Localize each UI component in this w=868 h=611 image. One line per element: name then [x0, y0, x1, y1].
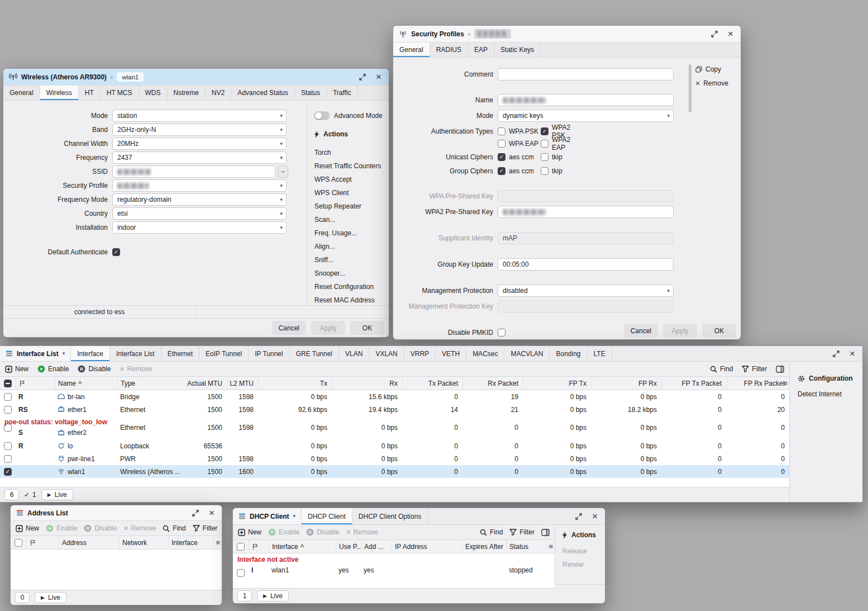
- window-kind-caret-icon[interactable]: [63, 351, 65, 356]
- ssid-input[interactable]: [112, 165, 275, 178]
- tab-general[interactable]: General: [393, 42, 430, 57]
- ok-button[interactable]: OK: [350, 321, 384, 335]
- close-icon[interactable]: [590, 512, 599, 521]
- unicast-aes-ccm-checkbox[interactable]: [498, 153, 505, 161]
- enable-button[interactable]: Enable: [268, 528, 299, 536]
- column-status[interactable]: Status: [506, 540, 555, 553]
- column-address[interactable]: Address: [59, 536, 119, 550]
- column-type[interactable]: Type: [117, 377, 187, 390]
- table-row-pwr-line1[interactable]: pwr-line1 PWR 1500 1598 0 bps 0 bps 0 0 …: [0, 452, 789, 465]
- tab-interface-list[interactable]: Interface List: [110, 346, 161, 361]
- window-kind-caret-icon[interactable]: [293, 514, 295, 519]
- remove-button[interactable]: Remove: [346, 528, 378, 536]
- tab-general[interactable]: General: [3, 86, 40, 100]
- wpa2-eap-checkbox[interactable]: [541, 140, 549, 148]
- select-all-checkbox[interactable]: [237, 543, 245, 551]
- supplicant-identity-input[interactable]: mAP: [498, 232, 674, 244]
- group-aes-ccm-checkbox[interactable]: [498, 167, 505, 175]
- table-row-ether1[interactable]: RS ether1 Ethernet 1500 1598 92.6 kbps 1…: [0, 403, 789, 416]
- window-title-segment[interactable]: DHCP Client: [233, 508, 302, 524]
- close-icon[interactable]: [374, 73, 383, 82]
- new-button[interactable]: New: [16, 524, 39, 532]
- wpa-psk-option[interactable]: WPA PSK: [498, 127, 541, 135]
- column-tx-packet[interactable]: Tx Packet: [402, 377, 462, 390]
- column-add-default[interactable]: Add ...: [361, 540, 392, 553]
- apply-button[interactable]: Apply: [663, 324, 697, 338]
- mode-select[interactable]: station: [112, 110, 287, 122]
- action-wps-accept[interactable]: WPS Accept: [314, 173, 383, 186]
- security-titlebar[interactable]: Security Profiles ›: [393, 26, 741, 42]
- row-checkbox[interactable]: [4, 406, 12, 414]
- tab-dhcp-client[interactable]: DHCP Client: [302, 508, 352, 524]
- tab-dhcp-client-options[interactable]: DHCP Client Options: [352, 508, 428, 524]
- tab-bonding[interactable]: Bonding: [550, 346, 587, 361]
- column-network[interactable]: Network: [119, 536, 168, 550]
- restore-icon[interactable]: [358, 73, 367, 82]
- group-tkip-option[interactable]: tkip: [541, 167, 584, 175]
- mode-select[interactable]: dynamic keys: [498, 110, 674, 122]
- tab-ht-mcs[interactable]: HT MCS: [101, 86, 139, 100]
- wpa-psk-checkbox[interactable]: [498, 127, 505, 135]
- default-authenticate-checkbox[interactable]: [112, 248, 120, 256]
- action-torch[interactable]: Torch: [314, 146, 383, 159]
- column-rx-packet[interactable]: Rx Packet: [462, 377, 523, 390]
- tab-interface[interactable]: Interface: [71, 346, 110, 361]
- column-rx[interactable]: Rx: [332, 377, 402, 390]
- new-button[interactable]: New: [5, 365, 28, 373]
- wpa-eap-checkbox[interactable]: [498, 140, 505, 148]
- detect-internet-item[interactable]: Detect Internet: [798, 390, 862, 398]
- scrollbar[interactable]: [689, 62, 692, 317]
- wpa-pre-shared-key-input[interactable]: [498, 190, 674, 202]
- action-snooper[interactable]: Snooper...: [314, 267, 383, 280]
- action-align[interactable]: Align...: [314, 240, 383, 253]
- select-all-checkbox[interactable]: [4, 380, 12, 387]
- remove-button[interactable]: Remove: [123, 524, 156, 532]
- unicast-tkip-option[interactable]: tkip: [541, 153, 584, 161]
- group-aes-ccm-option[interactable]: aes ccm: [498, 167, 541, 175]
- find-button[interactable]: Find: [710, 365, 733, 373]
- tab-eap[interactable]: EAP: [468, 42, 494, 57]
- enable-button[interactable]: Enable: [37, 365, 69, 373]
- name-input[interactable]: [498, 94, 674, 106]
- enable-button[interactable]: Enable: [46, 524, 77, 532]
- channel-width-select[interactable]: 20MHz: [112, 138, 287, 150]
- column-fp-rx[interactable]: FP Rx: [591, 377, 661, 390]
- management-protection-select[interactable]: disabled: [498, 285, 674, 297]
- country-select[interactable]: etsi: [112, 207, 287, 220]
- tab-radius[interactable]: RADIUS: [430, 42, 468, 57]
- cancel-button[interactable]: Cancel: [624, 324, 658, 338]
- tab-traffic[interactable]: Traffic: [327, 86, 358, 100]
- tab-nv2[interactable]: NV2: [206, 86, 231, 100]
- tab-vrrp[interactable]: VRRP: [404, 346, 436, 361]
- action-renew[interactable]: Renew: [562, 558, 605, 571]
- live-button[interactable]: Live: [35, 592, 66, 603]
- table-row-wlan1-dhcp[interactable]: Interface not active I wlan1 yes yes sto…: [233, 553, 555, 577]
- action-wps-client[interactable]: WPS Client: [314, 186, 383, 200]
- tab-macsec[interactable]: MACsec: [466, 346, 504, 361]
- action-sniff[interactable]: Sniff...: [314, 253, 383, 267]
- tab-ht[interactable]: HT: [79, 86, 101, 100]
- security-profile-select[interactable]: [112, 179, 287, 192]
- remove-button[interactable]: Remove: [120, 365, 152, 373]
- column-interface[interactable]: Interface: [269, 540, 336, 553]
- window-title-segment[interactable]: Interface List: [0, 346, 71, 361]
- address-titlebar[interactable]: Address List: [11, 505, 222, 521]
- table-row-ether2[interactable]: poe-out status: voltage_too_low S ether2…: [0, 416, 789, 439]
- action-scan[interactable]: Scan...: [314, 213, 383, 226]
- tab-vlan[interactable]: VLAN: [339, 346, 369, 361]
- ok-button[interactable]: OK: [702, 324, 736, 338]
- wpa-eap-option[interactable]: WPA EAP: [498, 140, 541, 148]
- column-actual-mtu[interactable]: Actual MTU: [187, 377, 227, 390]
- column-tx[interactable]: Tx: [258, 377, 332, 390]
- tab-status[interactable]: Status: [295, 86, 327, 100]
- restore-icon[interactable]: [710, 30, 719, 39]
- frequency-select[interactable]: 2437: [112, 151, 287, 164]
- remove-button[interactable]: Remove: [695, 78, 740, 88]
- filter-button[interactable]: Filter: [742, 365, 767, 373]
- tab-veth[interactable]: VETH: [436, 346, 466, 361]
- column-l2-mtu[interactable]: L2 MTU: [227, 377, 258, 390]
- row-checkbox[interactable]: [237, 569, 245, 577]
- row-checkbox[interactable]: [4, 455, 12, 463]
- column-name[interactable]: Name: [55, 377, 117, 390]
- live-button[interactable]: Live: [41, 489, 73, 500]
